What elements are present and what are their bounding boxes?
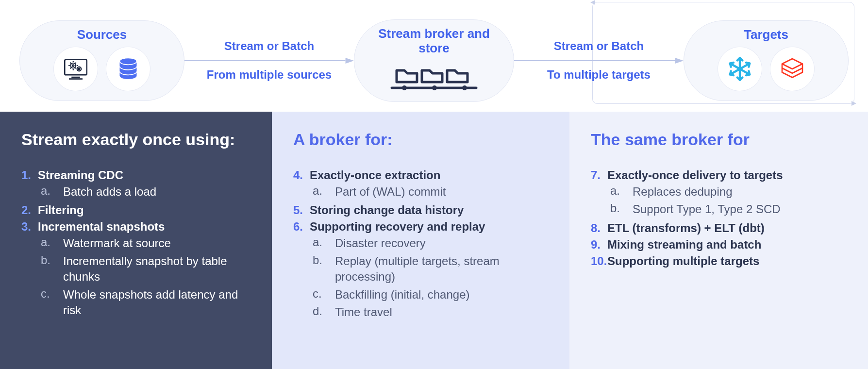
svg-point-3 bbox=[71, 63, 76, 68]
sub-letter: a. bbox=[41, 184, 63, 198]
sub-letter: a. bbox=[313, 184, 335, 198]
sub-item: b.Support Type 1, Type 2 SCD bbox=[610, 201, 847, 217]
sub-item: a.Watermark at source bbox=[41, 235, 250, 251]
item-number: 9. bbox=[591, 238, 607, 252]
column-same-broker: The same broker for 7.Exactly-once deliv… bbox=[569, 112, 868, 369]
sub-letter: a. bbox=[41, 235, 63, 249]
col3-heading: The same broker for bbox=[591, 130, 847, 149]
sub-text: Whole snapshots add latency and risk bbox=[63, 287, 250, 319]
svg-point-4 bbox=[72, 65, 74, 67]
item-number: 10. bbox=[591, 254, 607, 268]
sub-item: a.Batch adds a load bbox=[41, 184, 250, 200]
item-text: Storing change data history bbox=[310, 203, 464, 217]
sources-title: Sources bbox=[77, 28, 127, 42]
svg-point-6 bbox=[78, 68, 80, 69]
svg-point-11 bbox=[402, 85, 407, 90]
item-text: Supporting recovery and replay bbox=[310, 220, 485, 233]
arrow-broker-to-targets: Stream or Batch To multiple targets bbox=[514, 39, 684, 82]
loop-arrow-out-icon bbox=[851, 101, 857, 106]
column-broker-for: A broker for: 4.Exactly-once extractiona… bbox=[272, 112, 569, 369]
col2-list: 4.Exactly-once extractiona.Part of (WAL)… bbox=[293, 168, 548, 320]
columns-row: Stream exactly once using: 1.Streaming C… bbox=[0, 112, 868, 369]
col1-heading: Stream exactly once using: bbox=[21, 130, 250, 149]
sub-letter: a. bbox=[610, 184, 633, 198]
sources-pill: Sources bbox=[19, 20, 184, 101]
sub-text: Time travel bbox=[335, 304, 548, 320]
item-text: ETL (transforms) + ELT (dbt) bbox=[607, 221, 765, 235]
list-item: 5.Storing change data history bbox=[293, 203, 548, 217]
item-number: 7. bbox=[591, 168, 607, 182]
item-number: 3. bbox=[21, 220, 38, 234]
list-item: 7.Exactly-once delivery to targetsa.Repl… bbox=[591, 168, 847, 218]
list-item: 1.Streaming CDCa.Batch adds a load bbox=[21, 168, 250, 200]
sub-item: d.Time travel bbox=[313, 304, 548, 320]
sub-list: a.Disaster recoveryb.Replay (multiple ta… bbox=[313, 235, 548, 320]
item-number: 8. bbox=[591, 221, 607, 235]
sub-item: a.Disaster recovery bbox=[313, 235, 548, 251]
sub-item: b.Replay (multiple targets, stream proce… bbox=[313, 253, 548, 285]
sub-item: c.Whole snapshots add latency and risk bbox=[41, 287, 250, 319]
column-stream-once: Stream exactly once using: 1.Streaming C… bbox=[0, 112, 272, 369]
sub-list: a.Replaces dedupingb.Support Type 1, Typ… bbox=[610, 184, 847, 218]
svg-point-13 bbox=[462, 85, 467, 90]
item-number: 1. bbox=[21, 168, 38, 182]
item-number: 2. bbox=[21, 203, 38, 217]
list-item: 3.Incremental snapshotsa.Watermark at so… bbox=[21, 220, 250, 318]
broker-pill: Stream broker and store bbox=[354, 19, 514, 102]
item-text: Supporting multiple targets bbox=[607, 254, 759, 268]
svg-point-12 bbox=[432, 85, 437, 90]
sub-item: b.Incrementally snapshot by table chunks bbox=[41, 253, 250, 285]
sub-text: Support Type 1, Type 2 SCD bbox=[633, 201, 847, 217]
sub-item: a.Replaces deduping bbox=[610, 184, 847, 200]
sub-text: Incrementally snapshot by table chunks bbox=[63, 253, 250, 285]
broker-title: Stream broker and store bbox=[376, 27, 492, 56]
sub-item: c.Backfilling (initial, change) bbox=[313, 287, 548, 302]
sub-item: a.Part of (WAL) commit bbox=[313, 184, 548, 200]
list-item: 8.ETL (transforms) + ELT (dbt) bbox=[591, 221, 847, 235]
sub-text: Batch adds a load bbox=[63, 184, 250, 200]
sub-text: Backfilling (initial, change) bbox=[335, 287, 548, 302]
item-number: 6. bbox=[293, 220, 310, 234]
item-number: 5. bbox=[293, 203, 310, 217]
queue-folders-icon bbox=[388, 61, 480, 92]
arrow-right-icon bbox=[514, 56, 684, 65]
sub-text: Watermark at source bbox=[63, 235, 250, 251]
arrow1-bottom-label: From multiple sources bbox=[207, 68, 332, 82]
col2-heading: A broker for: bbox=[293, 130, 548, 149]
item-text: Mixing streaming and batch bbox=[607, 238, 761, 251]
svg-rect-2 bbox=[69, 78, 83, 80]
item-number: 4. bbox=[293, 168, 310, 182]
source-app-circle bbox=[54, 47, 98, 91]
target-databricks-circle bbox=[770, 47, 814, 91]
targets-pill: Targets bbox=[684, 20, 849, 101]
svg-point-5 bbox=[77, 67, 82, 71]
computer-gears-icon bbox=[62, 55, 89, 83]
sub-text: Part of (WAL) commit bbox=[335, 184, 548, 200]
item-text: Exactly-once delivery to targets bbox=[607, 168, 783, 182]
item-text: Exactly-once extraction bbox=[310, 168, 440, 182]
list-item: 10.Supporting multiple targets bbox=[591, 254, 847, 268]
arrow2-top-label: Stream or Batch bbox=[554, 39, 644, 53]
database-icon bbox=[115, 55, 142, 83]
sub-letter: b. bbox=[313, 253, 335, 267]
list-item: 2.Filtering bbox=[21, 203, 250, 217]
col3-list: 7.Exactly-once delivery to targetsa.Repl… bbox=[591, 168, 847, 268]
sub-text: Replaces deduping bbox=[633, 184, 847, 200]
flow-row: Sources bbox=[0, 0, 868, 112]
sub-text: Replay (multiple targets, stream process… bbox=[335, 253, 548, 285]
sub-letter: d. bbox=[313, 304, 335, 318]
col1-list: 1.Streaming CDCa.Batch adds a load2.Filt… bbox=[21, 168, 250, 318]
targets-title: Targets bbox=[744, 28, 788, 42]
databricks-icon bbox=[779, 55, 806, 83]
source-db-circle bbox=[106, 47, 150, 91]
snowflake-icon bbox=[726, 55, 753, 83]
svg-rect-1 bbox=[71, 77, 80, 79]
target-snowflake-circle bbox=[718, 47, 762, 91]
list-item: 6.Supporting recovery and replaya.Disast… bbox=[293, 220, 548, 320]
sub-list: a.Batch adds a load bbox=[41, 184, 250, 200]
item-text: Filtering bbox=[38, 203, 84, 217]
item-text: Incremental snapshots bbox=[38, 220, 165, 233]
item-text: Streaming CDC bbox=[38, 168, 123, 182]
loop-arrow-in-icon bbox=[590, 0, 596, 5]
arrow-right-icon bbox=[184, 56, 354, 65]
